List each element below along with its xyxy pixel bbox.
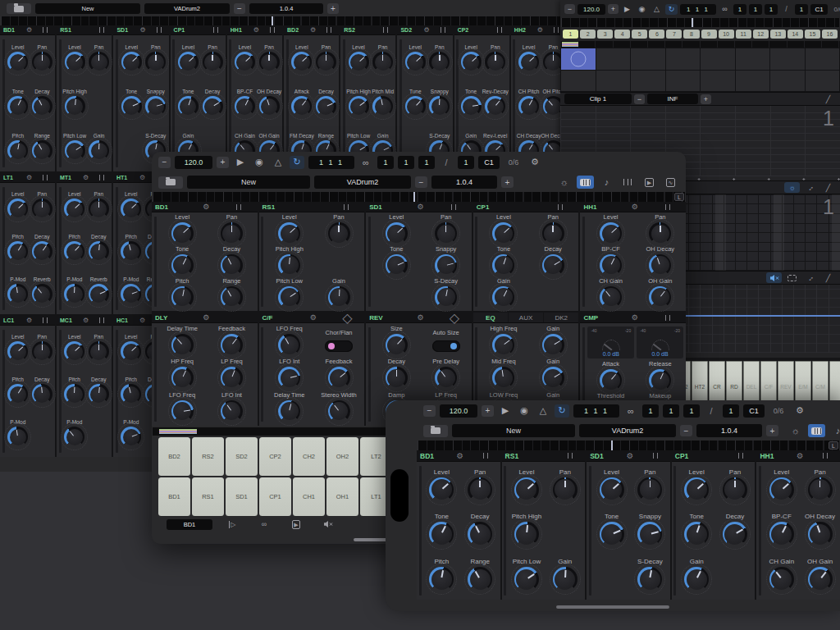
step-button-1[interactable]: 1 xyxy=(563,30,578,39)
knob-rs1-level[interactable] xyxy=(65,52,85,72)
loop-field-3[interactable]: 1 xyxy=(765,4,778,15)
loop-field-2[interactable]: 1 xyxy=(663,404,679,418)
version-increase-button[interactable]: + xyxy=(766,425,778,436)
channel-gear-icon[interactable]: ⚙ xyxy=(787,451,814,460)
channel-mixer-icon[interactable] xyxy=(152,27,169,33)
version-field[interactable]: 1.0.4 xyxy=(431,176,497,189)
record-button[interactable]: ◉ xyxy=(636,4,648,15)
knob-cp1-decay[interactable] xyxy=(203,96,223,116)
knob-hh1-ch-gain[interactable] xyxy=(769,567,794,591)
instrument-name-field[interactable]: VADrum2 xyxy=(314,176,411,189)
knob-sd1-pan[interactable] xyxy=(637,477,662,502)
knob-c-f-stereo-width[interactable] xyxy=(328,400,350,422)
channel-mixer-icon[interactable] xyxy=(38,175,55,180)
knob-sd1-level[interactable] xyxy=(386,222,408,244)
knob-sd1-snappy[interactable] xyxy=(435,254,457,276)
infinity-loop-button[interactable]: ∞ xyxy=(358,156,373,169)
knob-hh1-pan[interactable] xyxy=(808,477,833,502)
knob-rs1-pan[interactable] xyxy=(89,52,109,72)
knob-hh1-level[interactable] xyxy=(235,52,255,72)
timeline-ruler[interactable]: L xyxy=(153,192,685,202)
root-key-display[interactable]: C1 xyxy=(478,156,500,169)
knob-dly-lfo-int[interactable] xyxy=(221,400,243,422)
knob-ht1-p-mod[interactable] xyxy=(121,284,141,304)
knob-bd1-level[interactable] xyxy=(7,52,28,72)
record-button[interactable]: ◉ xyxy=(517,404,532,418)
note-view-button[interactable]: ♪ xyxy=(598,176,615,189)
knob-mt1-level[interactable] xyxy=(64,199,84,219)
channel-mixer-icon[interactable] xyxy=(331,204,365,210)
effect-gear-icon[interactable]: ⚙ xyxy=(189,313,224,322)
knob-cp2-level[interactable] xyxy=(461,52,482,72)
knob-bd1-tone[interactable] xyxy=(171,254,194,276)
loop-lock-button[interactable]: L xyxy=(674,193,684,201)
marquee-select-button[interactable] xyxy=(784,272,800,283)
knob-hh1-oh-gain[interactable] xyxy=(649,286,671,308)
knob-sd1-level[interactable] xyxy=(600,477,624,502)
metronome-button[interactable]: △ xyxy=(651,4,663,15)
song-position-display[interactable]: 1 1 1 xyxy=(680,4,716,15)
knob-rev-decay[interactable] xyxy=(386,367,408,389)
knob-bd2-pan[interactable] xyxy=(316,52,336,72)
knob-bd1-pitch[interactable] xyxy=(429,567,454,591)
knob-hh1-level[interactable] xyxy=(769,477,794,502)
length-field[interactable]: 1 xyxy=(723,404,739,418)
knob-mc1-p-mod[interactable] xyxy=(64,427,84,447)
channel-mixer-icon[interactable] xyxy=(38,317,55,323)
knob-lc1-pitch[interactable] xyxy=(7,384,28,404)
tempo-display[interactable]: 120.0 xyxy=(578,4,605,15)
folder-button[interactable] xyxy=(7,3,31,14)
pad-cp1[interactable]: CP1 xyxy=(259,477,291,516)
knob-hh2-ch-pitch[interactable] xyxy=(518,96,539,116)
knob-lc1-p-mod[interactable] xyxy=(7,427,28,447)
timeline-ruler[interactable] xyxy=(1,16,565,25)
effect-aux-icon[interactable] xyxy=(651,315,686,321)
channel-gear-icon[interactable]: ⚙ xyxy=(532,26,549,34)
pad-cp2[interactable]: CP2 xyxy=(259,437,291,476)
loop-field-3[interactable]: 1 xyxy=(418,156,435,169)
channel-mixer-icon[interactable] xyxy=(94,175,112,180)
knob-hh1-bp-cf[interactable] xyxy=(769,522,794,546)
knob-eq-gain[interactable] xyxy=(542,334,564,356)
knob-sd1-snappy[interactable] xyxy=(637,522,662,546)
knob-sd2-tune[interactable] xyxy=(405,96,426,116)
knob-bd1-tone[interactable] xyxy=(429,522,454,546)
knob-sd2-pan[interactable] xyxy=(429,52,450,72)
step-button-12[interactable]: 12 xyxy=(753,30,769,39)
channel-gear-icon[interactable]: ⚙ xyxy=(21,174,38,181)
grid-brightness-button[interactable]: ☼ xyxy=(784,182,800,193)
knob-sd1-tone[interactable] xyxy=(600,522,624,546)
project-name-field[interactable]: New xyxy=(187,176,310,189)
clip-length-increase-button[interactable]: + xyxy=(701,94,711,104)
knob-bd2-attack[interactable] xyxy=(291,96,312,116)
knob-c-f-feedback[interactable] xyxy=(328,367,350,389)
pattern-overview-strip[interactable] xyxy=(560,41,840,48)
loop-field-3[interactable]: 1 xyxy=(683,404,700,418)
toggle-auto-size[interactable] xyxy=(432,340,460,352)
effect-gear-icon[interactable]: ⚙ xyxy=(404,313,438,322)
knob-rs1-pitch-low[interactable] xyxy=(514,567,539,591)
loop-field-2[interactable]: 1 xyxy=(749,4,762,15)
knob-lt1-pitch[interactable] xyxy=(7,241,28,262)
pad-rs2[interactable]: RS2 xyxy=(192,437,224,476)
effect-tab-aux[interactable]: AUX xyxy=(509,313,543,322)
knob-mt1-pitch[interactable] xyxy=(64,241,84,262)
step-button-8[interactable]: 8 xyxy=(683,30,699,39)
knob-cmp-attack[interactable] xyxy=(600,369,622,391)
resize-tool-button[interactable]: ↔ xyxy=(802,272,818,283)
knob-rs2-pitch-mid[interactable] xyxy=(372,96,393,116)
settings-gear-button[interactable]: ⚙ xyxy=(527,156,542,169)
step-button-15[interactable]: 15 xyxy=(805,30,820,39)
channel-mixer-icon[interactable] xyxy=(643,453,670,459)
channel-gear-icon[interactable]: ⚙ xyxy=(77,174,94,181)
version-decrease-button[interactable]: − xyxy=(415,176,427,188)
clip-slot[interactable] xyxy=(701,71,735,92)
knob-ht1-pitch[interactable] xyxy=(121,241,141,262)
knob-lt1-decay[interactable] xyxy=(32,241,52,262)
step-button-6[interactable]: 6 xyxy=(649,30,664,39)
knob-rs1-pan[interactable] xyxy=(328,222,350,244)
knob-eq-gain[interactable] xyxy=(542,367,564,389)
channel-mixer-icon[interactable] xyxy=(436,27,453,33)
infinity-loop-button[interactable]: ∞ xyxy=(623,404,638,418)
knob-bd1-pan[interactable] xyxy=(468,477,492,502)
